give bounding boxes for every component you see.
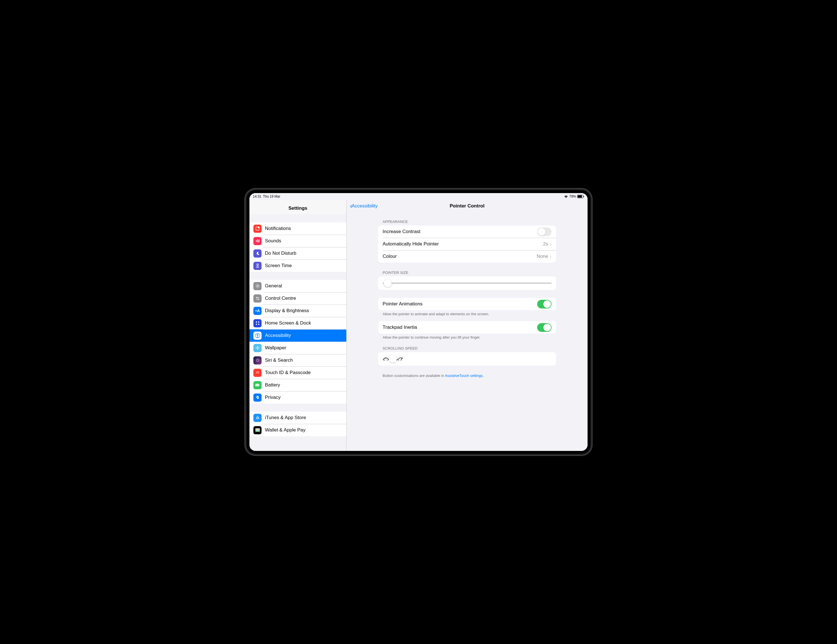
pointer-animations-row: Pointer Animations bbox=[378, 298, 556, 310]
sidebar-item-label: Wallet & Apple Pay bbox=[265, 427, 305, 433]
svg-point-17 bbox=[256, 347, 257, 349]
accessibility-icon bbox=[253, 331, 261, 340]
tortoise-icon bbox=[382, 357, 389, 361]
sidebar-item-label: Battery bbox=[265, 382, 280, 388]
moon-icon bbox=[253, 249, 261, 257]
sidebar-item-label: Screen Time bbox=[265, 263, 292, 269]
sidebar-item-sounds[interactable]: Sounds bbox=[249, 235, 346, 247]
sidebar-item-label: Privacy bbox=[265, 395, 281, 400]
svg-rect-26 bbox=[255, 430, 260, 431]
hourglass-icon bbox=[253, 262, 261, 270]
sidebar-item-dnd[interactable]: Do Not Disturb bbox=[249, 247, 346, 259]
trackpad-inertia-row: Trackpad Inertia bbox=[378, 321, 556, 334]
pointer-size-header: Pointer Size bbox=[378, 269, 556, 276]
back-label: Accessibility bbox=[352, 203, 378, 209]
back-button[interactable]: ‹ Accessibility bbox=[350, 203, 378, 210]
cell-label: Colour bbox=[382, 254, 537, 259]
detail-nav: ‹ Accessibility Pointer Control bbox=[346, 200, 588, 212]
sidebar-item-home[interactable]: Home Screen & Dock bbox=[249, 317, 346, 329]
battery-pct: 79% bbox=[569, 195, 576, 198]
sidebar-item-notifications[interactable]: Notifications bbox=[249, 222, 346, 235]
appearance-group: Increase Contrast Automatically Hide Poi… bbox=[378, 225, 556, 262]
sidebar-item-label: Sounds bbox=[265, 238, 281, 244]
sidebar-group-0: Notifications Sounds Do Not Disturb Scre… bbox=[249, 222, 346, 272]
slider-knob[interactable] bbox=[389, 355, 397, 363]
sidebar-item-control[interactable]: Control Centre bbox=[249, 292, 346, 305]
svg-rect-2 bbox=[584, 196, 584, 197]
sidebar-item-label: Siri & Search bbox=[265, 357, 293, 363]
svg-rect-27 bbox=[255, 431, 260, 431]
auto-hide-row[interactable]: Automatically Hide Pointer 2s › bbox=[378, 238, 556, 250]
sidebar-item-general[interactable]: General bbox=[249, 280, 346, 292]
svg-rect-10 bbox=[256, 324, 257, 325]
svg-point-18 bbox=[258, 347, 259, 349]
sidebar-item-wallpaper[interactable]: Wallpaper bbox=[249, 342, 346, 354]
footer-prefix: Button customisations are available in bbox=[382, 374, 445, 378]
status-bar: 14:31 Thu 19 Mar 79% bbox=[249, 193, 588, 200]
sidebar-group-1: General Control Centre AA Display & Brig… bbox=[249, 280, 346, 404]
svg-point-5 bbox=[257, 285, 258, 287]
svg-point-14 bbox=[257, 347, 258, 349]
battery-icon bbox=[577, 195, 584, 198]
sidebar-item-battery[interactable]: Battery bbox=[249, 379, 346, 391]
pointer-animations-footer: Allow the pointer to animate and adapt t… bbox=[378, 310, 556, 321]
appstore-icon bbox=[253, 414, 261, 422]
text-size-icon: AA bbox=[253, 307, 261, 315]
svg-point-6 bbox=[256, 297, 257, 298]
svg-rect-9 bbox=[258, 321, 259, 323]
cell-value: 2s bbox=[543, 241, 548, 247]
cell-value: None bbox=[537, 254, 548, 259]
sidebar-item-touchid[interactable]: Touch ID & Passcode bbox=[249, 367, 346, 379]
svg-point-7 bbox=[258, 299, 259, 300]
increase-contrast-toggle[interactable] bbox=[537, 228, 551, 236]
sidebar-item-label: Home Screen & Dock bbox=[265, 320, 311, 326]
sidebar-item-label: Wallpaper bbox=[265, 345, 286, 351]
sidebar-item-label: iTunes & App Store bbox=[265, 415, 306, 421]
cell-label: Trackpad Inertia bbox=[382, 324, 537, 330]
flower-icon bbox=[253, 344, 261, 352]
svg-rect-1 bbox=[578, 195, 582, 198]
svg-point-15 bbox=[257, 346, 258, 347]
battery-icon bbox=[253, 381, 261, 389]
ipad-frame: 14:31 Thu 19 Mar 79% Settings bbox=[245, 188, 592, 456]
wifi-icon bbox=[564, 195, 568, 198]
pointer-size-group bbox=[378, 276, 556, 290]
settings-sidebar: Settings Notifications Sounds Do Not Dis… bbox=[249, 193, 346, 451]
sidebar-item-label: Accessibility bbox=[265, 333, 291, 338]
sidebar-item-accessibility[interactable]: Accessibility bbox=[249, 329, 346, 342]
appearance-header: Appearance bbox=[378, 218, 556, 225]
pointer-animations-group: Pointer Animations bbox=[378, 298, 556, 310]
sidebar-item-label: Do Not Disturb bbox=[265, 251, 296, 256]
sidebar-item-label: Control Centre bbox=[265, 295, 296, 301]
sidebar-item-itunes[interactable]: iTunes & App Store bbox=[249, 411, 346, 424]
page-title: Pointer Control bbox=[346, 203, 588, 209]
sidebar-item-label: Notifications bbox=[265, 226, 291, 231]
wallet-icon bbox=[253, 426, 261, 434]
sidebar-item-wallet[interactable]: Wallet & Apple Pay bbox=[249, 424, 346, 436]
cell-label: Increase Contrast bbox=[382, 229, 537, 234]
pointer-size-slider[interactable] bbox=[382, 283, 551, 284]
increase-contrast-row: Increase Contrast bbox=[378, 225, 556, 238]
status-date: Thu 19 Mar bbox=[263, 195, 280, 198]
svg-rect-25 bbox=[255, 429, 260, 430]
trackpad-inertia-toggle[interactable] bbox=[537, 323, 551, 332]
sidebar-group-2: iTunes & App Store Wallet & Apple Pay bbox=[249, 411, 346, 436]
assistivetouch-link[interactable]: AssistiveTouch settings bbox=[445, 374, 483, 378]
notifications-icon bbox=[253, 224, 261, 233]
svg-point-4 bbox=[258, 226, 259, 228]
scrolling-speed-header: Scrolling Speed bbox=[378, 344, 556, 352]
svg-point-19 bbox=[256, 359, 259, 362]
pointer-size-slider-cell bbox=[378, 276, 556, 290]
slider-knob[interactable] bbox=[384, 279, 392, 287]
sidebar-item-label: Display & Brightness bbox=[265, 308, 309, 313]
pointer-animations-toggle[interactable] bbox=[537, 300, 551, 308]
fingerprint-icon bbox=[253, 369, 261, 377]
sliders-icon bbox=[253, 294, 261, 303]
sidebar-item-label: Touch ID & Passcode bbox=[265, 370, 311, 375]
colour-row[interactable]: Colour None › bbox=[378, 250, 556, 262]
sidebar-item-screentime[interactable]: Screen Time bbox=[249, 259, 346, 272]
sidebar-item-display[interactable]: AA Display & Brightness bbox=[249, 305, 346, 317]
sidebar-item-siri[interactable]: Siri & Search bbox=[249, 354, 346, 367]
siri-icon bbox=[253, 356, 261, 364]
sidebar-item-privacy[interactable]: Privacy bbox=[249, 391, 346, 404]
